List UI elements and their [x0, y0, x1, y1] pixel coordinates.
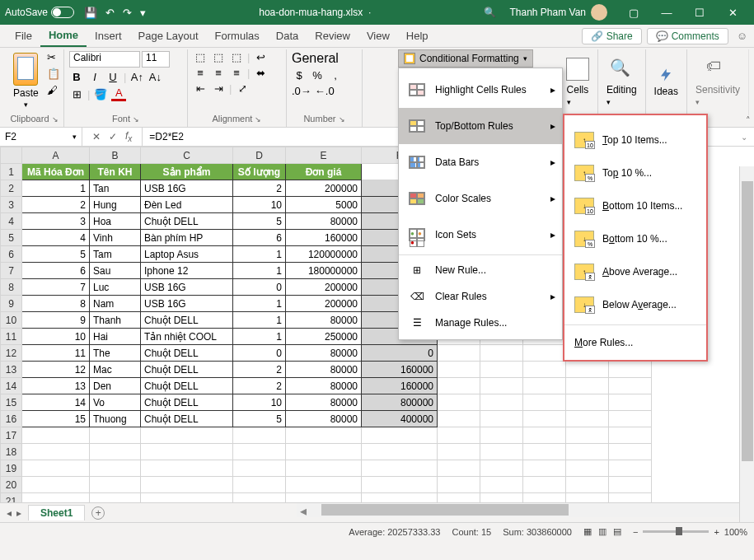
column-header-A[interactable]: A [22, 147, 90, 164]
editing-group-button[interactable]: 🔍 Editing▾ [598, 49, 646, 115]
undo-icon[interactable]: ↶ [105, 7, 115, 19]
chevron-down-icon[interactable]: ▾ [24, 100, 28, 109]
increase-indent-icon[interactable]: ⇥ [211, 82, 226, 95]
normal-view-icon[interactable]: ▦ [583, 526, 592, 537]
cell[interactable]: 14 [22, 394, 90, 411]
cell[interactable]: 4 [22, 230, 90, 246]
cell[interactable]: Nam [90, 296, 141, 312]
table-header-cell[interactable]: Sản phẩm [141, 164, 233, 180]
save-icon[interactable]: 💾 [84, 7, 97, 19]
cell[interactable] [22, 477, 90, 493]
submenu-top-10-percent[interactable]: ↑% Top 10 %... [564, 156, 706, 189]
cell[interactable] [233, 493, 286, 503]
increase-font-icon[interactable]: A↑ [129, 71, 144, 83]
row-header-8[interactable]: 8 [1, 279, 22, 296]
row-header-21[interactable]: 21 [1, 493, 22, 503]
borders-icon[interactable]: ⊞ [69, 88, 84, 100]
cell[interactable] [286, 444, 362, 460]
cell[interactable]: Chuột DELL [141, 312, 233, 329]
wrap-text-icon[interactable]: ↩ [253, 51, 268, 63]
cell[interactable] [566, 460, 609, 477]
decrease-indent-icon[interactable]: ⇤ [193, 82, 208, 95]
tab-insert[interactable]: Insert [87, 25, 130, 47]
cell[interactable] [90, 493, 141, 503]
cell[interactable] [523, 378, 566, 394]
search-icon[interactable]: 🔍 [484, 7, 496, 18]
cell[interactable] [233, 444, 286, 460]
cell[interactable]: 200000 [286, 296, 362, 312]
row-header-15[interactable]: 15 [1, 394, 22, 411]
paste-button[interactable]: Paste ▾ [10, 51, 42, 110]
redo-icon[interactable]: ↷ [123, 7, 132, 19]
column-header-B[interactable]: B [90, 147, 141, 164]
cell[interactable] [480, 378, 523, 394]
cell[interactable]: 160000 [286, 230, 362, 246]
cell[interactable] [609, 427, 652, 444]
copy-icon[interactable]: 📋 [47, 68, 60, 81]
table-header-cell[interactable]: Số lượng [233, 164, 286, 180]
cell[interactable] [438, 345, 480, 362]
cell[interactable] [609, 444, 652, 460]
cell[interactable] [609, 460, 652, 477]
vertical-scrollbar[interactable] [739, 166, 754, 522]
cell[interactable]: Vo [90, 394, 141, 411]
submenu-above-average[interactable]: ↑x̄ Above Average... [564, 255, 706, 288]
font-size-combo[interactable]: 11 [142, 51, 170, 68]
cell[interactable] [609, 411, 652, 427]
menu-new-rule[interactable]: ⊞ New Rule... [399, 257, 562, 283]
cell[interactable]: 2 [233, 180, 286, 197]
select-all-corner[interactable] [1, 147, 22, 164]
cell[interactable] [566, 477, 609, 493]
cell[interactable] [362, 427, 438, 444]
cell[interactable] [362, 444, 438, 460]
cell[interactable]: 180000000 [286, 263, 362, 279]
percent-format-icon[interactable]: % [310, 69, 325, 82]
tab-help[interactable]: Help [398, 25, 437, 47]
row-header-17[interactable]: 17 [1, 427, 22, 444]
row-header-12[interactable]: 12 [1, 345, 22, 362]
cell[interactable] [523, 345, 566, 362]
cell[interactable]: 11 [22, 345, 90, 362]
cell[interactable]: USB 16G [141, 180, 233, 197]
cell[interactable]: 800000 [362, 394, 438, 411]
cell[interactable]: 80000 [286, 362, 362, 378]
cell[interactable]: 8 [22, 296, 90, 312]
horizontal-scrollbar[interactable]: ◂ ▸ [297, 502, 754, 517]
number-format-combo[interactable]: General [292, 51, 358, 66]
share-button[interactable]: 🔗Share [582, 28, 642, 44]
cell[interactable]: Chuột DELL [141, 213, 233, 230]
cell[interactable] [22, 493, 90, 503]
cell[interactable] [438, 493, 480, 503]
cell[interactable] [438, 460, 480, 477]
cell[interactable]: 0 [233, 279, 286, 296]
row-header-1[interactable]: 1 [1, 164, 22, 180]
cell[interactable]: 1 [233, 312, 286, 329]
row-header-6[interactable]: 6 [1, 246, 22, 263]
cell[interactable] [233, 477, 286, 493]
cell[interactable]: Iphone 12 [141, 263, 233, 279]
cell[interactable]: 5 [233, 213, 286, 230]
cell[interactable]: 1 [233, 246, 286, 263]
sheet-nav-prev-icon[interactable]: ◂ [7, 507, 12, 519]
row-header-16[interactable]: 16 [1, 411, 22, 427]
collapse-ribbon-icon[interactable]: ˄ [746, 115, 751, 126]
cell[interactable] [566, 444, 609, 460]
cell[interactable] [286, 460, 362, 477]
cell[interactable]: Thanh [90, 312, 141, 329]
submenu-bottom-10-percent[interactable]: ↓% Bottom 10 %... [564, 222, 706, 255]
tab-review[interactable]: Review [307, 25, 358, 47]
align-left-icon[interactable]: ≡ [193, 67, 208, 79]
toggle-switch-icon[interactable] [51, 7, 74, 18]
cell[interactable]: Tam [90, 246, 141, 263]
submenu-below-average[interactable]: ↓x̄ Below Average... [564, 288, 706, 321]
zoom-slider[interactable] [643, 530, 709, 533]
cell[interactable] [286, 427, 362, 444]
cell[interactable]: 10 [233, 394, 286, 411]
cell[interactable] [438, 477, 480, 493]
row-header-4[interactable]: 4 [1, 213, 22, 230]
cell[interactable] [523, 362, 566, 378]
qat-dropdown-icon[interactable]: ▾ [140, 7, 146, 19]
cell[interactable] [141, 444, 233, 460]
sheet-nav-next-icon[interactable]: ▸ [16, 507, 21, 519]
comma-format-icon[interactable]: , [328, 69, 343, 82]
